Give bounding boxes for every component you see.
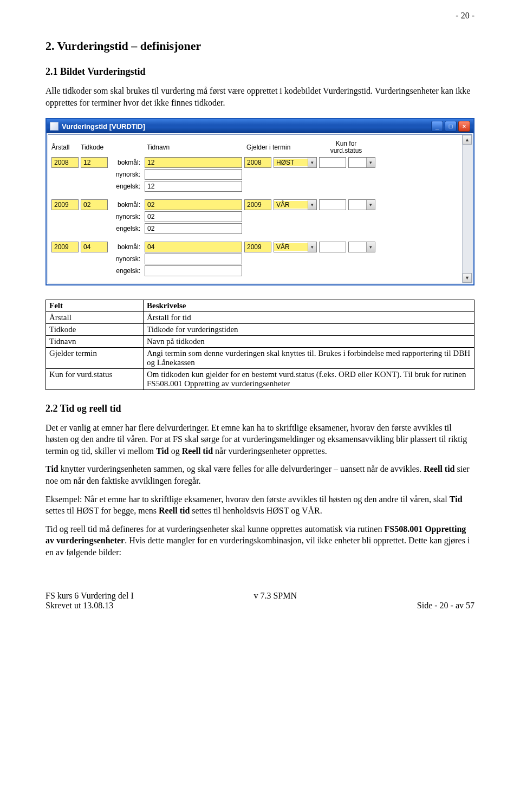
body-paragraph: Det er vanlig at emner har flere delvurd…: [46, 422, 474, 457]
chevron-down-icon: ▾: [366, 200, 375, 210]
scrollbar-vertical[interactable]: ▲ ▼: [462, 135, 472, 282]
scroll-up-icon[interactable]: ▲: [463, 135, 472, 145]
maximize-button[interactable]: □: [445, 121, 457, 132]
footer-left-line-2: Skrevet ut 13.08.13: [46, 601, 134, 610]
table-row: TidkodeTidkode for vurderingstiden: [46, 323, 474, 335]
subsection-2-1-title: 2.1 Bildet Vurderingstid: [46, 66, 474, 77]
aarstall-field[interactable]: 2009: [51, 199, 79, 210]
intro-paragraph: Alle tidkoder som skal brukes til vurder…: [46, 85, 474, 108]
window-icon: [50, 122, 58, 131]
lang-label-engelsk: engelsk:: [110, 225, 142, 232]
vurdstatus-field-1[interactable]: [319, 242, 346, 252]
window-titlebar[interactable]: Vurderingstid [VURDTID] _ □ ×: [47, 119, 473, 133]
chevron-down-icon: ▾: [308, 242, 316, 252]
tidkode-field[interactable]: 04: [81, 242, 108, 252]
col-header-kunfor: Kun for vurd.status: [319, 140, 373, 154]
body-paragraph: Tid og reell tid må defineres for at vur…: [46, 523, 474, 558]
gjelder-aar-field[interactable]: 2008: [244, 157, 271, 168]
lang-label-bokmal: bokmål:: [110, 201, 142, 209]
tidnavn-engelsk-field[interactable]: 02: [145, 223, 242, 234]
vurdstatus-field-1[interactable]: [319, 157, 346, 168]
table-header-beskrivelse: Beskrivelse: [144, 300, 474, 311]
tidnavn-nynorsk-field[interactable]: [145, 169, 242, 180]
tidnavn-nynorsk-field[interactable]: 02: [145, 211, 242, 222]
gjelder-termin-select[interactable]: VÅR▾: [274, 242, 317, 252]
gjelder-aar-field[interactable]: 2009: [244, 199, 271, 210]
col-header-tidnavn: Tidnavn: [147, 144, 244, 151]
section-title: 2. Vurderingstid – definisjoner: [46, 39, 474, 53]
tidnavn-nynorsk-field[interactable]: [145, 254, 242, 264]
col-header-aarstall: Årstall: [51, 144, 79, 151]
minimize-button[interactable]: _: [431, 121, 443, 132]
chevron-down-icon: ▾: [366, 242, 375, 252]
gjelder-termin-select[interactable]: VÅR▾: [274, 199, 317, 210]
tidnavn-bokmal-field[interactable]: 04: [145, 242, 242, 252]
felt-beskrivelse-table: Felt Beskrivelse ÅrstallÅrstall for tid …: [46, 300, 474, 390]
lang-label-nynorsk: nynorsk:: [110, 171, 142, 178]
scroll-down-icon[interactable]: ▼: [463, 273, 472, 283]
footer-right: Side - 20 - av 57: [417, 601, 474, 610]
tidnavn-bokmal-field[interactable]: 02: [145, 199, 242, 210]
chevron-down-icon: ▾: [308, 158, 316, 167]
close-button[interactable]: ×: [458, 121, 470, 132]
lang-label-engelsk: engelsk:: [110, 183, 142, 190]
col-header-tidkode: Tidkode: [81, 144, 108, 151]
page-footer: FS kurs 6 Vurdering del I Skrevet ut 13.…: [46, 591, 474, 610]
window-title: Vurderingstid [VURDTID]: [62, 122, 431, 131]
lang-label-engelsk: engelsk:: [110, 267, 142, 275]
aarstall-field[interactable]: 2009: [51, 242, 79, 252]
gjelder-termin-select[interactable]: HØST▾: [274, 157, 317, 168]
table-row: TidnavnNavn på tidkoden: [46, 335, 474, 347]
table-row: Gjelder terminAngi termin som denne vurd…: [46, 347, 474, 368]
subsection-2-2-title: 2.2 Tid og reell tid: [46, 403, 474, 414]
footer-center: v 7.3 SPMN: [253, 591, 297, 601]
tidnavn-engelsk-field[interactable]: 12: [145, 181, 242, 192]
vurderingstid-window: Vurderingstid [VURDTID] _ □ × Årstall Ti…: [46, 118, 474, 285]
table-row: Kun for vurd.statusOm tidkoden kun gjeld…: [46, 368, 474, 389]
chevron-down-icon: ▾: [308, 200, 316, 210]
aarstall-field[interactable]: 2008: [51, 157, 79, 168]
table-header-felt: Felt: [46, 300, 144, 311]
gjelder-aar-field[interactable]: 2009: [244, 242, 271, 252]
tidkode-field[interactable]: 02: [81, 199, 108, 210]
vurdstatus-select-2[interactable]: ▾: [348, 157, 375, 168]
vurdstatus-select-2[interactable]: ▾: [348, 199, 375, 210]
table-row: ÅrstallÅrstall for tid: [46, 311, 474, 323]
lang-label-bokmal: bokmål:: [110, 243, 142, 251]
body-paragraph: Eksempel: Når et emne har to skriftlige …: [46, 493, 474, 517]
page-number-top: - 20 -: [456, 11, 474, 21]
lang-label-nynorsk: nynorsk:: [110, 213, 142, 220]
footer-left-line-1: FS kurs 6 Vurdering del I: [46, 591, 134, 601]
vurdstatus-select-2[interactable]: ▾: [348, 242, 375, 252]
tidkode-field[interactable]: 12: [81, 157, 108, 168]
body-paragraph: Tid knytter vurderingsenheten sammen, og…: [46, 463, 474, 486]
lang-label-nynorsk: nynorsk:: [110, 255, 142, 263]
col-header-gjelder: Gjelder i termin: [246, 144, 317, 151]
tidnavn-bokmal-field[interactable]: 12: [145, 157, 242, 168]
lang-label-bokmal: bokmål:: [110, 159, 142, 166]
tidnavn-engelsk-field[interactable]: [145, 265, 242, 276]
vurdstatus-field-1[interactable]: [319, 199, 346, 210]
chevron-down-icon: ▾: [366, 158, 375, 167]
